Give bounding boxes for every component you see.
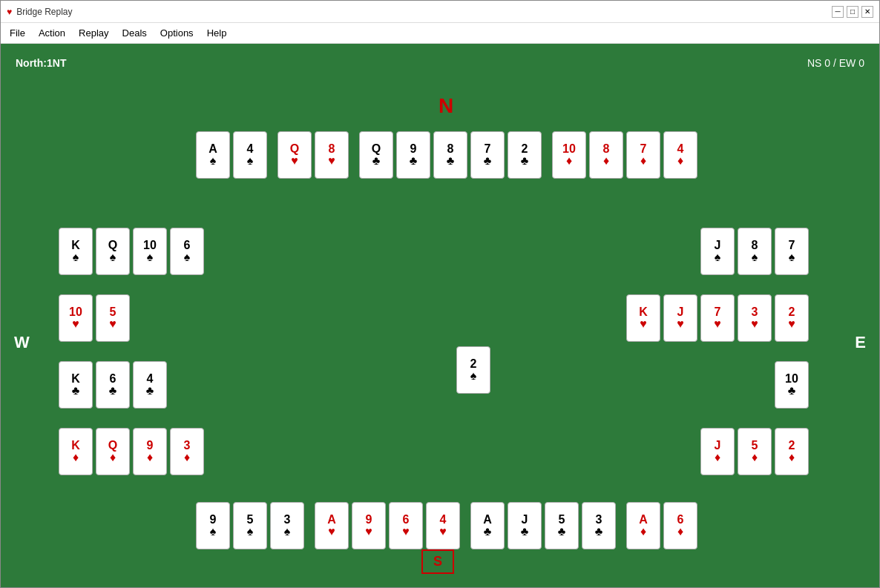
card-east-J-diamond[interactable]: J ♦: [700, 428, 735, 475]
card-south-9-heart[interactable]: 9 ♥: [352, 502, 386, 549]
card-north-8-heart[interactable]: 8 ♥: [315, 131, 349, 179]
card-south-4-heart[interactable]: 4 ♥: [426, 502, 460, 549]
card-west-K-club[interactable]: K ♣: [59, 361, 93, 409]
card-north-7-diamond[interactable]: 7 ♦: [626, 131, 660, 179]
card-west-K-diamond[interactable]: K ♦: [59, 428, 93, 475]
card-north-4-spade[interactable]: 4 ♠: [233, 131, 267, 179]
title-bar-left: ♥ Bridge Replay: [7, 7, 73, 17]
card-west-Q-spade[interactable]: Q ♠: [96, 228, 130, 275]
card-north-A-spade[interactable]: A ♠: [196, 131, 230, 179]
card-west-Q-diamond[interactable]: Q ♦: [96, 428, 130, 475]
card-north-4-diamond[interactable]: 4 ♦: [663, 131, 697, 179]
menu-help[interactable]: Help: [201, 26, 233, 40]
card-north-8-diamond[interactable]: 8 ♦: [589, 131, 623, 179]
card-west-K-spade[interactable]: K ♠: [59, 228, 93, 275]
menu-action[interactable]: Action: [33, 26, 71, 40]
maximize-button[interactable]: □: [847, 6, 858, 18]
game-area: North:1NT NS 0 / EW 0 N S W E A ♠ 4 ♠ Q …: [1, 44, 879, 587]
south-label: S: [433, 554, 442, 569]
card-west-5-heart[interactable]: 5 ♥: [96, 294, 130, 342]
card-east-3-heart[interactable]: 3 ♥: [738, 294, 772, 342]
card-north-8-club[interactable]: 8 ♣: [433, 131, 467, 179]
card-north-7-club[interactable]: 7 ♣: [470, 131, 505, 179]
card-east-8-spade[interactable]: 8 ♠: [738, 228, 772, 275]
title-bar-controls: ─ □ ✕: [832, 6, 873, 18]
south-label-box: S: [421, 549, 454, 574]
menu-deals[interactable]: Deals: [116, 26, 153, 40]
title-bar: ♥ Bridge Replay ─ □ ✕: [1, 1, 879, 23]
app-icon: ♥: [7, 7, 12, 17]
east-label: E: [855, 333, 866, 352]
card-south-9-spade[interactable]: 9 ♠: [196, 502, 230, 549]
window-title: Bridge Replay: [16, 7, 72, 17]
card-south-A-heart[interactable]: A ♥: [315, 502, 349, 549]
card-south-5-spade[interactable]: 5 ♠: [233, 502, 267, 549]
card-south-3-spade[interactable]: 3 ♠: [270, 502, 304, 549]
menu-file[interactable]: File: [4, 26, 31, 40]
west-label: W: [14, 333, 30, 352]
close-button[interactable]: ✕: [861, 6, 873, 18]
card-south-A-diamond[interactable]: A ♦: [626, 502, 660, 549]
card-west-6-club[interactable]: 6 ♣: [96, 361, 130, 409]
contract-label: North:1NT: [16, 57, 66, 69]
card-east-7-heart[interactable]: 7 ♥: [700, 294, 735, 342]
card-west-3-diamond[interactable]: 3 ♦: [170, 428, 204, 475]
menu-replay[interactable]: Replay: [73, 26, 114, 40]
card-north-2-club[interactable]: 2 ♣: [508, 131, 542, 179]
menu-options[interactable]: Options: [154, 26, 200, 40]
card-south-6-heart[interactable]: 6 ♥: [389, 502, 423, 549]
card-east-10-club[interactable]: 10 ♣: [775, 361, 809, 409]
card-west-6-spade[interactable]: 6 ♠: [170, 228, 204, 275]
card-north-10-diamond[interactable]: 10 ♦: [552, 131, 586, 179]
card-south-5-club[interactable]: 5 ♣: [545, 502, 579, 549]
card-east-2-diamond[interactable]: 2 ♦: [775, 428, 809, 475]
card-east-2-heart[interactable]: 2 ♥: [775, 294, 809, 342]
card-south-6-diamond[interactable]: 6 ♦: [663, 502, 697, 549]
card-east-K-heart[interactable]: K ♥: [626, 294, 660, 342]
menu-bar: File Action Replay Deals Options Help: [1, 23, 879, 44]
card-north-Q-club[interactable]: Q ♣: [359, 131, 393, 179]
card-east-J-spade[interactable]: J ♠: [700, 228, 735, 275]
score-label: NS 0 / EW 0: [807, 57, 864, 69]
card-west-10-heart[interactable]: 10 ♥: [59, 294, 93, 342]
north-label: N: [439, 94, 453, 118]
card-west-9-diamond[interactable]: 9 ♦: [133, 428, 167, 475]
card-south-3-club[interactable]: 3 ♣: [582, 502, 616, 549]
card-north-9-club[interactable]: 9 ♣: [396, 131, 430, 179]
card-center-2-spade[interactable]: 2 ♠: [456, 346, 490, 394]
minimize-button[interactable]: ─: [832, 6, 844, 18]
card-east-7-spade[interactable]: 7 ♠: [775, 228, 809, 275]
card-west-10-spade[interactable]: 10 ♠: [133, 228, 167, 275]
card-north-Q-heart[interactable]: Q ♥: [278, 131, 312, 179]
card-west-4-club[interactable]: 4 ♣: [133, 361, 167, 409]
main-window: ♥ Bridge Replay ─ □ ✕ File Action Replay…: [0, 0, 880, 588]
card-east-5-diamond[interactable]: 5 ♦: [738, 428, 772, 475]
card-south-A-club[interactable]: A ♣: [470, 502, 505, 549]
card-east-J-heart[interactable]: J ♥: [663, 294, 697, 342]
card-south-J-club[interactable]: J ♣: [508, 502, 542, 549]
